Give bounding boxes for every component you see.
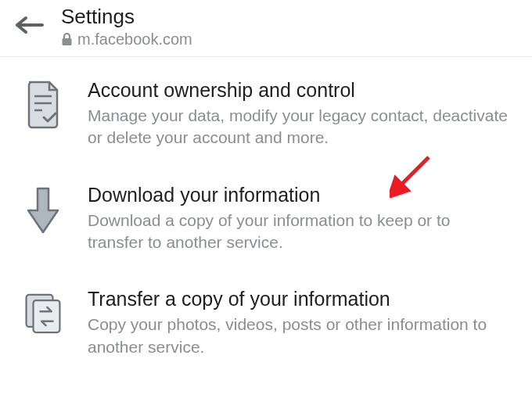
item-desc: Copy your photos, videos, posts or other…: [88, 314, 509, 358]
item-desc: Download a copy of your information to k…: [88, 210, 509, 254]
item-account-ownership[interactable]: Account ownership and control Manage you…: [14, 57, 518, 162]
item-desc: Manage your data, modify your legacy con…: [88, 105, 509, 149]
header-text: Settings m.facebook.com: [61, 5, 192, 48]
transfer-icon: [23, 288, 63, 338]
item-text: Account ownership and control Manage you…: [88, 79, 509, 149]
document-check-icon: [23, 79, 63, 129]
download-arrow-icon: [23, 184, 63, 237]
item-title: Download your information: [88, 184, 509, 206]
item-text: Download your information Download a cop…: [88, 184, 509, 254]
back-button[interactable]: [16, 5, 44, 38]
settings-list: Account ownership and control Manage you…: [0, 57, 532, 371]
item-download-information[interactable]: Download your information Download a cop…: [14, 162, 518, 267]
item-transfer-copy[interactable]: Transfer a copy of your information Copy…: [14, 266, 518, 371]
url-text: m.facebook.com: [77, 30, 192, 48]
arrow-left-icon: [16, 16, 44, 34]
item-text: Transfer a copy of your information Copy…: [88, 288, 509, 358]
item-title: Transfer a copy of your information: [88, 288, 509, 310]
lock-icon: [61, 33, 73, 46]
svg-rect-5: [34, 300, 60, 332]
item-title: Account ownership and control: [88, 79, 509, 102]
header: Settings m.facebook.com: [0, 0, 532, 57]
url-row: m.facebook.com: [61, 30, 192, 48]
page-title: Settings: [61, 5, 192, 29]
svg-rect-0: [63, 38, 72, 45]
